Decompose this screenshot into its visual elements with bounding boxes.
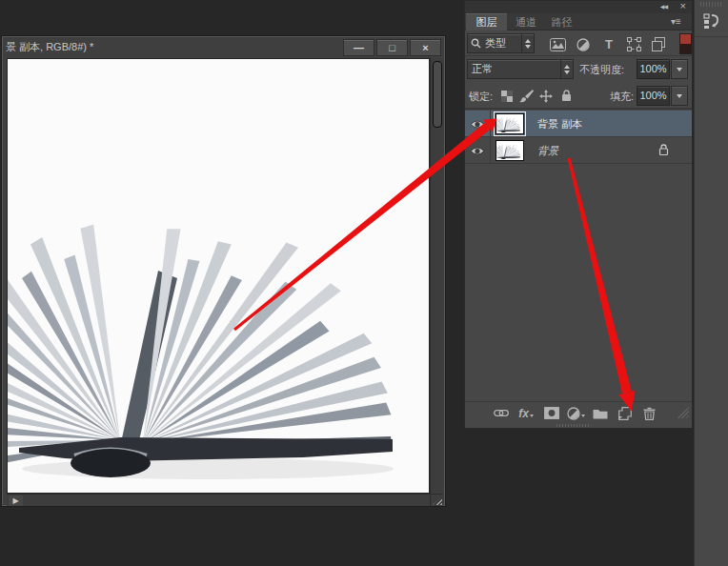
scroll-right-arrow-icon[interactable]: ▶ [9,495,23,506]
adjustment-circle-icon [567,407,580,420]
horizontal-scrollbar[interactable]: ▶ [7,494,430,506]
layer-row-background[interactable]: 背景 [465,137,692,164]
document-window: 景 副本, RGB/8#) * — □ × [2,36,445,506]
brush-icon [519,90,534,103]
layers-panel: ◀◀ × 图层 通道 路径 ▾≡ 类型 [464,0,693,429]
panel-group-bar: ◀◀ × [465,1,692,13]
filter-kind-stepper[interactable] [521,34,534,52]
history-panel-button[interactable] [699,9,724,33]
opacity-value[interactable]: 100% [637,59,670,79]
tab-layers[interactable]: 图层 [466,13,507,30]
link-icon [494,409,509,417]
fx-icon: fx [518,407,529,420]
panel-dock-strip [694,0,728,566]
panel-bottom-grip[interactable] [465,423,692,428]
filter-on-off-toggle[interactable] [679,33,692,54]
layer-lock-icon [658,144,669,158]
type-icon: T [605,37,613,51]
layer-filter-row: 类型 T [465,30,692,56]
folder-icon [593,408,608,419]
lock-row: 锁定: 填充: 100% [465,83,692,109]
trash-icon [643,407,656,420]
filter-type-layers-button[interactable]: T [600,36,617,52]
document-canvas[interactable] [7,58,430,494]
lock-position-button[interactable] [538,89,554,103]
layer-row-background-copy[interactable]: 背景 副本 [465,111,692,137]
close-panel-icon[interactable]: × [680,0,686,11]
filter-smart-object-layers-button[interactable] [650,36,667,52]
opacity-dropdown-button[interactable] [671,59,688,79]
panel-tab-bar: 图层 通道 路径 ▾≡ [465,13,692,30]
filter-shape-layers-button[interactable] [625,36,642,52]
tab-paths[interactable]: 路径 [545,13,578,30]
shape-bounds-icon [627,37,641,51]
opacity-label: 不透明度: [579,63,624,77]
move-icon [539,90,553,103]
lock-label: 锁定: [469,90,493,104]
maximize-button[interactable]: □ [376,39,408,56]
filter-kind-select[interactable]: 类型 [467,33,535,53]
lock-transparent-pixels-button[interactable] [499,89,515,103]
vertical-scrollbar-thumb[interactable] [433,61,442,128]
adjustment-circle-icon [576,38,590,51]
new-group-button[interactable] [591,405,610,421]
history-panel-icon [703,12,720,30]
panel-resize-grip[interactable] [677,407,689,418]
add-layer-mask-button[interactable] [542,405,561,421]
link-layers-button[interactable] [492,405,511,421]
blend-mode-row: 正常 不透明度: 100% [465,56,692,83]
filter-kind-label: 类型 [481,36,521,51]
collapse-panel-icon[interactable]: ◀◀ [660,3,667,10]
lock-image-pixels-button[interactable] [518,89,534,103]
eye-icon [470,119,485,130]
visibility-toggle[interactable] [465,137,491,164]
dock-divider [695,36,728,37]
new-layer-button[interactable] [616,405,635,421]
layers-list: 背景 副本 背景 [465,109,692,401]
layer-mask-icon [544,407,559,419]
layer-name[interactable]: 背景 [537,144,558,158]
fill-label: 填充: [610,90,634,104]
eye-icon [470,146,485,156]
document-titlebar[interactable]: 景 副本, RGB/8#) * — □ × [3,37,444,58]
close-button[interactable]: × [410,39,441,56]
open-book-image [8,59,430,494]
delete-layer-button[interactable] [639,405,658,421]
blend-mode-value: 正常 [468,62,560,76]
window-resize-grip[interactable] [430,494,443,506]
tab-channels[interactable]: 通道 [508,13,544,30]
fill-dropdown-button[interactable] [671,86,688,106]
document-title: 景 副本, RGB/8#) * [6,37,93,57]
minimize-button[interactable]: — [343,39,374,56]
fill-value[interactable]: 100% [637,86,670,106]
filter-pixel-layers-button[interactable] [549,36,566,52]
new-adjustment-layer-button[interactable] [566,405,585,421]
search-icon [471,38,481,49]
layer-thumbnail[interactable] [495,113,524,134]
visibility-toggle[interactable] [465,111,491,137]
blend-mode-select[interactable]: 正常 [467,59,574,79]
padlock-icon [561,90,572,102]
checkerboard-icon [501,91,513,102]
new-layer-icon [618,407,632,420]
smart-object-icon [652,37,666,51]
vertical-scrollbar[interactable] [430,58,443,494]
filter-adjustment-layers-button[interactable] [575,36,592,52]
lock-all-button[interactable] [558,89,574,103]
layer-name[interactable]: 背景 副本 [537,117,582,131]
layers-panel-footer: fx [465,401,692,423]
layer-thumbnail[interactable] [495,140,524,161]
image-icon [550,38,566,51]
layer-style-button[interactable]: fx [516,405,536,421]
panel-menu-icon[interactable]: ▾≡ [671,15,688,29]
dock-drag-grip[interactable] [700,2,722,7]
blend-mode-stepper[interactable] [560,60,573,78]
